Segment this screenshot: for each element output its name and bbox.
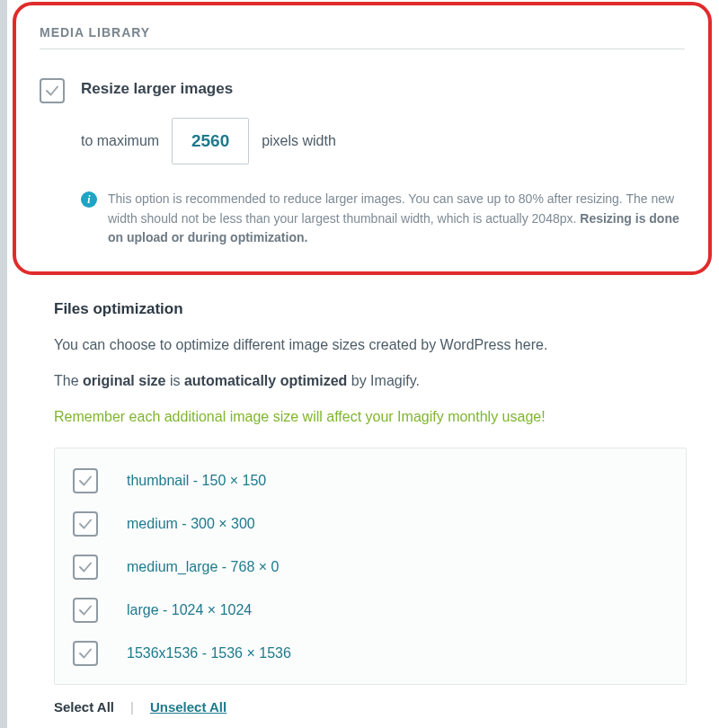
resize-max-input[interactable] (172, 118, 249, 164)
left-rail (0, 0, 7, 728)
section-divider (40, 49, 685, 49)
files-original-line: The original size is automatically optim… (54, 370, 687, 392)
t: The (54, 373, 83, 388)
size-label-large[interactable]: large - 1024 × 1024 (127, 602, 252, 618)
info-icon: i (81, 191, 97, 208)
size-row: thumbnail - 150 × 150 (73, 468, 668, 493)
select-all-button[interactable]: Select All (54, 699, 114, 715)
t: by Imagify. (347, 373, 420, 388)
size-label-1536[interactable]: 1536x1536 - 1536 × 1536 (127, 645, 291, 661)
check-icon (77, 602, 93, 618)
check-icon (44, 83, 60, 99)
t: is (165, 373, 183, 388)
image-sizes-box: thumbnail - 150 × 150 medium - 300 × 300… (54, 448, 687, 685)
check-icon (77, 516, 93, 532)
size-checkbox-thumbnail[interactable] (73, 468, 98, 493)
resize-pixels-label: pixels width (262, 133, 336, 149)
resize-controls: to maximum pixels width (81, 118, 685, 164)
select-bar: Select All | Unselect All (54, 699, 687, 715)
size-row: medium_large - 768 × 0 (73, 555, 668, 580)
check-icon (77, 645, 93, 661)
size-row: large - 1024 × 1024 (73, 598, 668, 623)
size-checkbox-medium[interactable] (73, 511, 98, 537)
size-label-medium[interactable]: medium - 300 × 300 (127, 516, 255, 532)
resize-to-max-label: to maximum (81, 133, 159, 149)
select-bar-separator: | (130, 699, 134, 715)
t: automatically optimized (184, 373, 347, 388)
size-label-medium-large[interactable]: medium_large - 768 × 0 (127, 559, 279, 575)
resize-checkbox[interactable] (40, 78, 65, 103)
files-usage-warning: Remember each additional image size will… (54, 406, 687, 428)
files-intro: You can choose to optimize different ima… (54, 334, 687, 356)
resize-option-body: Resize larger images to maximum pixels w… (81, 78, 685, 248)
t: original size (83, 373, 165, 388)
media-library-highlight: MEDIA LIBRARY Resize larger images to ma… (13, 2, 712, 275)
size-row: 1536x1536 - 1536 × 1536 (73, 641, 668, 666)
files-optimization-section: Files optimization You can choose to opt… (7, 275, 719, 715)
files-title: Files optimization (54, 300, 687, 318)
resize-info-row: i This option is recommended to reduce l… (81, 190, 685, 248)
settings-page: MEDIA LIBRARY Resize larger images to ma… (7, 0, 719, 728)
size-label-thumbnail[interactable]: thumbnail - 150 × 150 (127, 473, 266, 489)
section-label-media-library: MEDIA LIBRARY (40, 25, 685, 40)
resize-info-text: This option is recommended to reduce lar… (108, 190, 685, 248)
size-checkbox-large[interactable] (73, 598, 98, 623)
check-icon (77, 559, 93, 575)
check-icon (77, 473, 93, 489)
size-row: medium - 300 × 300 (73, 511, 668, 537)
resize-option-row: Resize larger images to maximum pixels w… (40, 78, 685, 248)
size-checkbox-medium-large[interactable] (73, 555, 98, 580)
resize-title: Resize larger images (81, 80, 685, 98)
unselect-all-button[interactable]: Unselect All (150, 699, 226, 715)
size-checkbox-1536[interactable] (73, 641, 98, 666)
